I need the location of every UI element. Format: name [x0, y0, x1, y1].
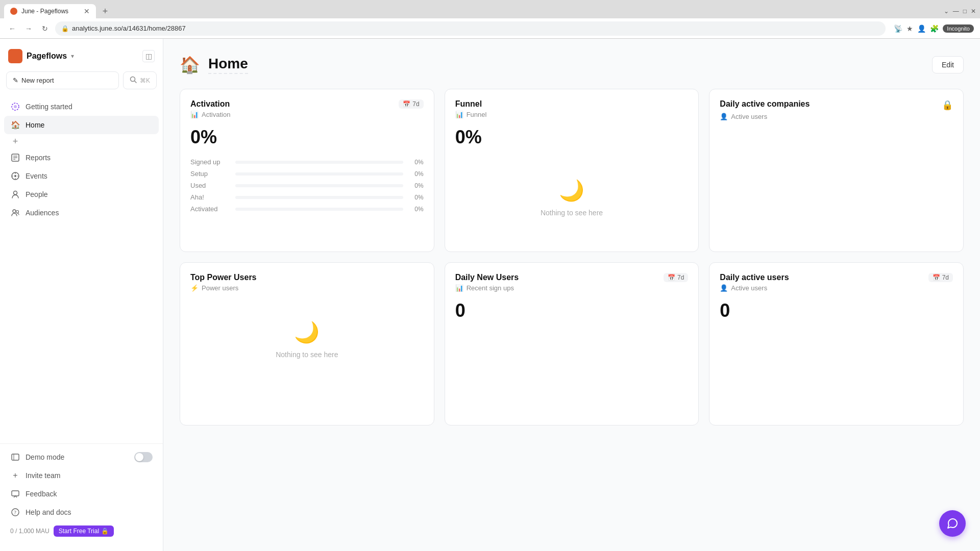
cast-btn[interactable]: 📡: [894, 24, 902, 33]
daily-new-users-title: Daily New Users: [455, 273, 519, 282]
row-label: Setup: [190, 170, 231, 178]
top-power-users-title: Top Power Users: [190, 273, 257, 282]
help-icon: ?: [10, 507, 20, 517]
demo-mode-toggle[interactable]: [134, 452, 153, 462]
locked-icon: 🔒: [942, 99, 953, 111]
minimize-btn[interactable]: —: [953, 8, 959, 15]
table-row: Setup 0%: [190, 170, 424, 178]
chat-button[interactable]: [939, 510, 966, 537]
people-icon: [10, 189, 20, 199]
top-power-users-subtitle: ⚡ Power users: [190, 284, 424, 292]
search-icon: [130, 76, 137, 85]
cards-row-1: Activation 📅 7d 📊 Activation 0% Signed u…: [180, 89, 964, 252]
row-label: Aha!: [190, 193, 231, 201]
back-btn[interactable]: ←: [6, 22, 18, 35]
funnel-subtitle: 📊 Funnel: [455, 111, 689, 118]
recent-signup-icon: 📊: [455, 284, 463, 292]
sidebar-item-label: People: [26, 190, 48, 198]
mau-bar: 0 / 1,000 MAU Start Free Trial 🔒: [4, 521, 159, 541]
sidebar-item-reports[interactable]: Reports: [4, 148, 159, 167]
sidebar-item-audiences[interactable]: Audiences: [4, 204, 159, 222]
sidebar-item-invite-team[interactable]: + Invite team: [4, 466, 159, 485]
daily-active-users-subtitle: 👤 Active users: [720, 284, 953, 292]
edit-button[interactable]: Edit: [932, 56, 964, 73]
svg-rect-17: [12, 454, 19, 460]
active-tab[interactable]: June - Pageflows ✕: [4, 4, 96, 18]
profile-btn[interactable]: 👤: [917, 24, 926, 33]
free-trial-button[interactable]: Start Free Trial 🔒: [54, 525, 114, 537]
sidebar-item-label: Events: [26, 172, 47, 180]
row-pct: 0%: [407, 170, 424, 178]
close-window-btn[interactable]: ✕: [971, 8, 976, 15]
sidebar-item-label: Home: [26, 121, 44, 129]
power-users-empty-text: Nothing to see here: [276, 350, 338, 359]
sidebar-item-help[interactable]: ? Help and docs: [4, 503, 159, 521]
row-label: Signed up: [190, 158, 231, 166]
new-report-label: New report: [21, 77, 54, 84]
tab-close-btn[interactable]: ✕: [84, 7, 90, 15]
daily-active-users-badge: 📅 7d: [928, 273, 953, 282]
svg-point-14: [14, 191, 17, 195]
brand-logo[interactable]: [8, 49, 22, 63]
svg-rect-19: [12, 491, 19, 496]
sidebar-collapse-btn[interactable]: ◫: [142, 50, 155, 62]
main-content: 🏠 Home Edit Activation 📅 7d 📊 Activation: [163, 39, 980, 551]
invite-team-icon: +: [10, 470, 20, 481]
new-tab-btn[interactable]: +: [98, 4, 112, 18]
active-users-icon: 👤: [720, 113, 728, 120]
funnel-empty-state: 🌙 Nothing to see here: [455, 158, 689, 237]
daily-new-users-subtitle: 📊 Recent sign ups: [455, 284, 689, 292]
empty-text: Nothing to see here: [541, 209, 603, 217]
active-users-subtitle-icon: 👤: [720, 284, 728, 292]
funnel-value: 0%: [455, 127, 689, 148]
row-pct: 0%: [407, 194, 424, 201]
lock-icon: 🔒: [61, 25, 69, 32]
daily-new-users-badge: 📅 7d: [664, 273, 688, 282]
reports-icon: [10, 153, 20, 163]
table-row: Signed up 0%: [190, 158, 424, 166]
bookmark-btn[interactable]: ★: [906, 24, 913, 33]
extensions-btn[interactable]: 🧩: [930, 24, 939, 33]
app: Pageflows ▾ ◫ ✎ New report ⌘K: [0, 39, 980, 551]
top-power-users-card: Top Power Users ⚡ Power users 🌙 Nothing …: [180, 262, 434, 425]
browser-actions: 📡 ★ 👤 🧩 Incognito: [894, 24, 974, 33]
row-bar: [235, 184, 403, 187]
lock-icon: 🔒: [101, 528, 109, 535]
search-shortcut: ⌘K: [140, 77, 150, 84]
demo-mode-item: Demo mode: [4, 448, 159, 466]
demo-mode-icon: [10, 452, 20, 462]
sidebar-item-home[interactable]: 🏠 Home: [4, 116, 159, 134]
free-trial-label: Start Free Trial: [59, 528, 99, 535]
cards-row-2: Top Power Users ⚡ Power users 🌙 Nothing …: [180, 262, 964, 425]
empty-icon: 🌙: [559, 179, 584, 203]
empty-moon-icon: 🌙: [294, 320, 320, 344]
add-section-btn[interactable]: +: [4, 134, 159, 148]
activation-card: Activation 📅 7d 📊 Activation 0% Signed u…: [180, 89, 434, 252]
search-button[interactable]: ⌘K: [123, 71, 157, 89]
forward-btn[interactable]: →: [22, 22, 35, 35]
activation-rows: Signed up 0% Setup 0% Used 0%: [190, 158, 424, 213]
daily-active-companies-subtitle: 👤 Active users: [720, 113, 953, 120]
power-users-icon: ⚡: [190, 284, 199, 292]
sidebar-item-events[interactable]: Events: [4, 167, 159, 185]
audiences-icon: [10, 208, 20, 218]
sidebar-item-label: Audiences: [26, 209, 59, 217]
activation-badge: 📅 7d: [399, 99, 423, 109]
events-icon: [10, 171, 20, 181]
maximize-btn[interactable]: □: [963, 8, 967, 15]
calendar-icon: 📅: [403, 101, 410, 108]
sidebar-item-people[interactable]: People: [4, 185, 159, 204]
svg-point-9: [14, 175, 16, 177]
mau-text: 0 / 1,000 MAU: [10, 528, 50, 535]
url-bar[interactable]: 🔒 analytics.june.so/a/14631/home/28867: [55, 21, 886, 36]
add-icon: +: [10, 136, 20, 146]
new-report-button[interactable]: ✎ New report: [6, 71, 119, 89]
sidebar-item-getting-started[interactable]: Getting started: [4, 97, 159, 116]
daily-active-users-card: Daily active users 📅 7d 👤 Active users 0: [709, 262, 964, 425]
activation-card-header: Activation 📅 7d: [190, 99, 424, 109]
daily-active-companies-header: Daily active companies 🔒: [720, 99, 953, 111]
sidebar-item-feedback[interactable]: Feedback: [4, 485, 159, 503]
activation-subtitle: 📊 Activation: [190, 111, 424, 118]
tab-list-btn[interactable]: ⌄: [944, 8, 949, 15]
reload-btn[interactable]: ↻: [39, 22, 51, 35]
